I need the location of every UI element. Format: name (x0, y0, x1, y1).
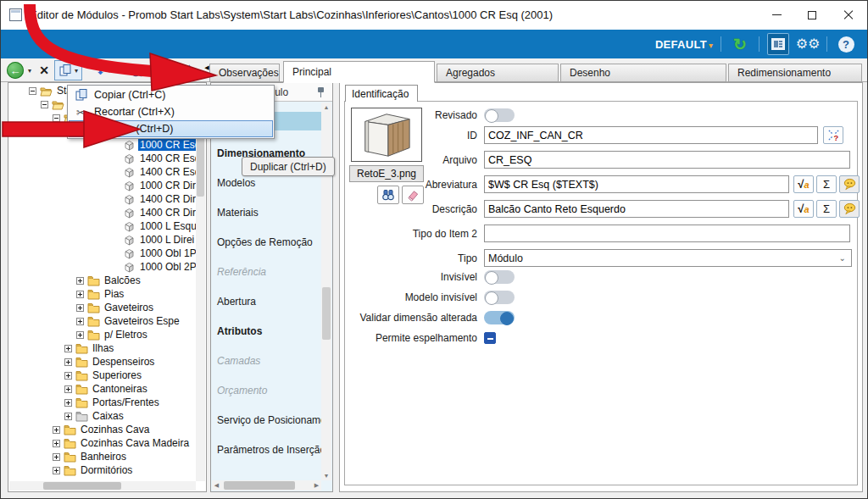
tree-item[interactable]: Cozinhas Cava Madeira (8, 436, 196, 450)
profile-selector[interactable]: DEFAULT▾ (655, 38, 713, 51)
maximize-button[interactable] (794, 1, 830, 29)
tree-item[interactable]: 1000 L Esqu (8, 219, 196, 233)
invisivel-toggle[interactable] (484, 270, 515, 284)
send-to-folder-button[interactable] (151, 61, 171, 80)
category-item[interactable]: Parâmetros de Inserção (212, 435, 321, 464)
tree-expander[interactable] (64, 385, 72, 393)
scroll-up-icon[interactable]: ▲ (321, 103, 331, 112)
abreviatura-sum-button[interactable]: Σ (816, 175, 837, 193)
modelo-invisivel-toggle[interactable] (484, 291, 515, 304)
category-item[interactable]: Referência (212, 257, 321, 286)
abreviatura-formula-button[interactable]: √a (793, 175, 814, 193)
help-button[interactable]: ? (835, 33, 857, 55)
tab[interactable]: Desenho (560, 64, 726, 82)
tree-expander[interactable] (53, 426, 60, 434)
tree-item[interactable]: 1000 CR Dir (8, 179, 196, 192)
tree-item[interactable]: 1000 L Direi (8, 233, 196, 247)
tree-item[interactable]: Balcões (8, 274, 196, 287)
tree-expander[interactable] (41, 101, 48, 108)
descricao-comment-button[interactable] (839, 200, 860, 218)
descricao-formula-button[interactable]: √a (793, 200, 814, 218)
context-menu-item[interactable]: Recortar (Ctrl+X) (69, 103, 273, 120)
settings-button[interactable]: ⚙⚙ (797, 33, 819, 55)
abreviatura-input[interactable] (484, 175, 789, 193)
tree-expander[interactable] (64, 345, 72, 352)
tree-expander[interactable] (64, 413, 72, 420)
report-view-button[interactable] (767, 33, 789, 55)
tree-item[interactable]: Cozinhas Cava (8, 423, 196, 436)
category-item[interactable]: Atributos (212, 316, 321, 346)
back-button[interactable]: ← (6, 61, 25, 80)
tree-expander[interactable] (76, 304, 84, 312)
copy-split-button[interactable]: ▾ (54, 60, 82, 80)
revisado-toggle[interactable] (484, 108, 515, 122)
scrollbar-thumb[interactable] (224, 481, 295, 490)
refresh-button[interactable]: ↻ (729, 33, 751, 55)
back-dropdown[interactable]: ▾ (25, 61, 34, 80)
context-menu-item[interactable]: Duplicar (Ctrl+D) (69, 120, 273, 137)
category-item[interactable]: Orçamento (212, 375, 321, 405)
tree-item[interactable]: Gaveteiros Espe (8, 314, 196, 328)
scrollbar-thumb[interactable] (322, 287, 331, 340)
tree-item[interactable]: Pias (8, 287, 196, 301)
tree-item[interactable]: Despenseiros (8, 355, 196, 369)
tree-expander[interactable] (76, 277, 84, 285)
delete-button[interactable]: ✕ (36, 61, 52, 80)
tree-item[interactable]: 1400 CR Esq (8, 152, 196, 165)
tree-item[interactable]: Dormitórios (8, 463, 196, 477)
category-item[interactable]: Serviço de Posicionamen (212, 405, 321, 435)
close-button[interactable] (831, 1, 866, 29)
abreviatura-comment-button[interactable] (839, 175, 860, 193)
tree-item[interactable]: 1000 Obl 2P (8, 260, 196, 274)
tree-expander[interactable] (53, 440, 60, 447)
categories-horizontal-scrollbar[interactable]: ◀ ▶ (212, 480, 321, 491)
scroll-right-icon[interactable]: ▶ (312, 480, 321, 490)
tree-item[interactable]: 1000 CR Esq (8, 138, 196, 152)
tree-item[interactable]: Cantoneiras (8, 382, 196, 396)
tree-item[interactable]: Banheiros (8, 450, 196, 463)
find-button[interactable] (129, 61, 147, 80)
tree-item[interactable]: 1400 CR Esq (8, 165, 196, 179)
arquivo-input[interactable] (484, 151, 850, 169)
paste-split-button[interactable]: ⬇︎ ▾ (92, 60, 115, 80)
tab[interactable]: Redimensionamento (728, 64, 862, 82)
id-relation-button[interactable] (823, 126, 843, 144)
scroll-down-icon[interactable]: ▼ (321, 471, 331, 480)
descricao-sum-button[interactable]: Σ (816, 200, 837, 218)
tree-expander[interactable] (64, 399, 72, 407)
tab-identificacao[interactable]: Identificação (345, 85, 418, 102)
category-item[interactable]: Materiais (212, 197, 321, 227)
tab[interactable]: Agregados (437, 64, 559, 82)
tree-expander[interactable] (53, 467, 60, 474)
relation-help-button[interactable] (175, 61, 195, 80)
category-item[interactable]: Opções de Remoção (212, 227, 321, 257)
tree-expander[interactable] (53, 453, 60, 461)
tree-expander[interactable] (64, 372, 72, 380)
tree-vertical-scrollbar[interactable]: ▲ (196, 84, 205, 481)
context-menu-item[interactable]: Copiar (Ctrl+C) (69, 86, 273, 103)
tree-expander[interactable] (76, 318, 84, 325)
tree-expander[interactable] (53, 114, 60, 122)
tipo-select[interactable]: Módulo ⌄ (484, 249, 852, 267)
tab[interactable]: Observações (209, 64, 280, 82)
tree-expander[interactable] (76, 331, 84, 339)
tree-item[interactable]: Ilhas (8, 341, 196, 355)
tree-horizontal-scrollbar[interactable] (9, 481, 196, 491)
tree-expander[interactable] (76, 291, 84, 298)
tree-expander[interactable] (64, 358, 72, 366)
tree-item[interactable]: 1400 CR Dir (8, 192, 196, 206)
tree-item[interactable]: p/ Eletros (8, 328, 196, 341)
category-item[interactable]: Camadas (212, 346, 321, 375)
category-item[interactable]: Abertura (212, 286, 321, 316)
tree-item[interactable]: 1000 Obl 1P (8, 247, 196, 260)
tree-item[interactable]: Portas/Frentes (8, 396, 196, 409)
scroll-left-icon[interactable]: ◀ (212, 480, 221, 490)
pin-icon[interactable] (317, 86, 326, 98)
tree-item[interactable]: 1400 CR Dir (8, 206, 196, 219)
id-input[interactable] (484, 126, 818, 144)
scrollbar-thumb[interactable] (43, 482, 121, 490)
tree-item[interactable]: Gaveteiros (8, 301, 196, 314)
permite-espelhamento-checkbox[interactable] (484, 332, 496, 344)
tree-item[interactable]: Superiores (8, 369, 196, 382)
descricao-input[interactable] (484, 200, 789, 218)
